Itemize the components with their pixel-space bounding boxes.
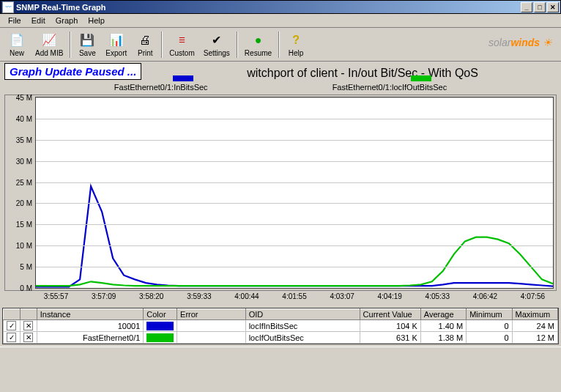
x-tick: 4:01:55 — [270, 292, 318, 300]
print-button[interactable]: 🖨 Print — [131, 31, 159, 59]
table-row[interactable]: ✓✕10001locIfInBitsSec104 K1.40 M024 M — [4, 320, 558, 332]
help-button[interactable]: ? Help — [282, 31, 310, 59]
custom-icon: ☰ — [174, 32, 190, 48]
new-icon: 📄 — [9, 32, 25, 48]
menu-help[interactable]: Help — [83, 15, 110, 26]
add-mib-button[interactable]: 📈 Add MIB — [31, 31, 67, 59]
cell-error — [177, 332, 246, 344]
x-tick: 4:04:19 — [366, 292, 414, 300]
y-axis: 0 M5 M10 M15 M20 M25 M30 M35 M40 M45 M — [7, 97, 35, 289]
y-tick: 25 M — [16, 178, 32, 186]
minimize-button[interactable]: _ — [521, 2, 532, 12]
resume-icon: ● — [250, 32, 266, 48]
menu-edit[interactable]: Edit — [26, 15, 51, 26]
y-tick: 10 M — [16, 242, 32, 250]
col-color[interactable]: Color — [144, 309, 177, 320]
col-oid[interactable]: OID — [245, 309, 360, 320]
x-axis: 3:55:573:57:093:58:203:59:334:00:444:01:… — [4, 291, 557, 303]
settings-icon: ✔ — [209, 32, 225, 48]
custom-button[interactable]: ☰ Custom — [165, 31, 198, 59]
add-mib-icon: 📈 — [41, 32, 57, 48]
col-current[interactable]: Current Value — [360, 309, 420, 320]
col-error[interactable]: Error — [177, 309, 246, 320]
cell-current: 104 K — [360, 320, 420, 332]
legend-label-2: FastEthernet0/1:locIfOutBitsSec — [332, 83, 447, 92]
series-table: Instance Color Error OID Current Value A… — [2, 308, 559, 344]
toolbar-separator — [70, 32, 71, 58]
y-tick: 15 M — [16, 221, 32, 229]
app-icon: 〰 — [2, 1, 14, 13]
y-tick: 35 M — [16, 136, 32, 144]
menu-bar: File Edit Graph Help — [0, 14, 561, 28]
plot-canvas[interactable] — [35, 97, 554, 289]
y-tick: 0 M — [20, 284, 32, 292]
table-row[interactable]: ✓✕FastEthernet0/1locIfOutBitsSec631 K1.3… — [4, 332, 558, 344]
y-tick: 5 M — [20, 263, 32, 271]
x-tick: 3:57:09 — [80, 292, 127, 300]
cell-color — [144, 320, 177, 332]
cell-current: 631 K — [360, 332, 420, 344]
y-tick: 40 M — [16, 114, 32, 122]
save-button[interactable]: 💾 Save — [73, 31, 101, 59]
cell-max: 12 M — [512, 332, 557, 344]
cell-oid: locIfOutBitsSec — [245, 332, 360, 344]
col-x — [20, 309, 37, 320]
cell-avg: 1.38 M — [420, 332, 466, 344]
y-tick: 30 M — [16, 157, 32, 165]
legend-swatch-1 — [173, 75, 193, 81]
paused-banner: Graph Update Paused ... — [4, 63, 141, 80]
cell-instance: 10001 — [37, 320, 144, 332]
col-min[interactable]: Minimum — [467, 309, 512, 320]
y-tick: 20 M — [16, 199, 32, 207]
help-icon: ? — [288, 32, 304, 48]
toolbar: 📄 New 📈 Add MIB 💾 Save 📊 Export 🖨 Print … — [0, 28, 561, 62]
menu-file[interactable]: File — [3, 15, 26, 26]
legend-swatch-2 — [411, 75, 431, 81]
x-tick: 4:06:42 — [461, 292, 509, 300]
cell-oid: locIfInBitsSec — [245, 320, 360, 332]
cell-min: 0 — [467, 332, 512, 344]
x-tick: 4:07:56 — [509, 292, 557, 300]
close-button[interactable]: ✕ — [547, 2, 559, 12]
row-x[interactable]: ✕ — [20, 332, 37, 344]
x-tick: 3:59:33 — [175, 292, 223, 300]
title-bar: 〰 SNMP Real-Time Graph _ □ ✕ — [0, 0, 561, 14]
x-tick: 4:00:44 — [223, 292, 270, 300]
cell-instance: FastEthernet0/1 — [37, 332, 144, 344]
toolbar-separator — [278, 32, 280, 58]
x-tick: 4:05:33 — [414, 292, 461, 300]
row-x[interactable]: ✕ — [20, 320, 37, 332]
col-check — [4, 309, 21, 320]
row-check[interactable]: ✓ — [4, 332, 21, 344]
menu-graph[interactable]: Graph — [51, 15, 83, 26]
status-bar — [0, 347, 561, 360]
new-button[interactable]: 📄 New — [3, 31, 31, 59]
chart-legend: FastEthernet0/1:InBitsSec FastEthernet0/… — [4, 81, 557, 95]
cell-avg: 1.40 M — [420, 320, 466, 332]
cell-error — [177, 320, 246, 332]
export-button[interactable]: 📊 Export — [101, 31, 131, 59]
cell-color — [144, 332, 177, 344]
col-avg[interactable]: Average — [420, 309, 466, 320]
cell-min: 0 — [467, 320, 512, 332]
toolbar-separator — [237, 32, 238, 58]
print-icon: 🖨 — [137, 32, 153, 48]
x-tick: 3:55:57 — [32, 292, 80, 300]
export-icon: 📊 — [108, 32, 125, 48]
row-check[interactable]: ✓ — [4, 320, 21, 332]
col-max[interactable]: Maximum — [512, 309, 557, 320]
x-tick: 4:03:07 — [319, 292, 366, 300]
toolbar-separator — [161, 32, 163, 58]
y-tick: 45 M — [16, 94, 32, 102]
save-icon: 💾 — [79, 32, 95, 48]
brand-logo: solarwinds ☀ — [488, 37, 552, 48]
x-tick: 3:58:20 — [127, 292, 175, 300]
chart-area: Graph Update Paused ... XXXXXXXXXXXXXXXX… — [0, 62, 561, 305]
cell-max: 24 M — [512, 320, 557, 332]
resume-button[interactable]: ● Resume — [240, 31, 276, 59]
legend-label-1: FastEthernet0/1:InBitsSec — [114, 83, 208, 92]
maximize-button[interactable]: □ — [534, 2, 546, 12]
window-title: SNMP Real-Time Graph — [16, 3, 521, 12]
settings-button[interactable]: ✔ Settings — [199, 31, 234, 59]
col-instance[interactable]: Instance — [37, 309, 144, 320]
